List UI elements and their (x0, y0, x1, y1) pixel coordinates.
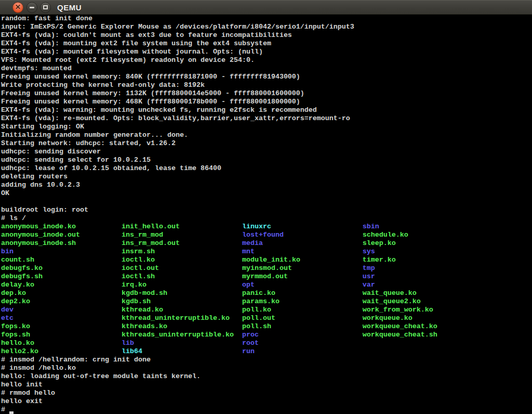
console-text: udhcpc: sending discover (1, 148, 101, 156)
console-text: input: ImExPS/2 Generic Explorer Mouse a… (1, 23, 354, 31)
file-entry: linuxrc (242, 223, 363, 230)
console-text: # insmod /hellrandom: crng init done (1, 356, 151, 364)
console-line: # ls / (1, 214, 532, 223)
titlebar[interactable]: ✕ QEMU (0, 0, 532, 15)
console-line: input: ImExPS/2 Generic Explorer Mouse a… (1, 23, 532, 31)
console-text: buildroot login: root (1, 206, 88, 214)
file-entry: timer.ko (363, 256, 396, 264)
console-line: Write protecting the kernel read-only da… (1, 81, 532, 89)
file-entry: kthreads_uninterruptible.ko (122, 331, 242, 339)
console-text: Freeing unused kernel memory: 1132K (fff… (1, 89, 304, 97)
console-text: EXT4-fs (vda): mounting ext2 file system… (1, 40, 271, 47)
console-line: # rmmod hello (1, 389, 532, 397)
file-entry: kthreads.ko (122, 322, 242, 330)
console-text: # insmod /hello.ko (1, 364, 76, 372)
console-text: hello init (1, 381, 43, 389)
console-line: udhcpc: sending discover (1, 148, 532, 156)
console-text: Freeing unused kernel memory: 468K (ffff… (1, 98, 300, 106)
file-entry: kthread.ko (122, 306, 242, 314)
console-text: # (1, 406, 9, 413)
console-text: EXT4-fs (vda): re-mounted. Opts: block_v… (1, 114, 350, 122)
maximize-button[interactable] (40, 2, 51, 13)
file-entry: sbin (363, 223, 379, 230)
close-icon: ✕ (15, 4, 21, 10)
file-entry: workqueue.ko (363, 314, 413, 322)
console-text: Freeing unused kernel memory: 840K (ffff… (1, 73, 300, 81)
console-line: adding dns 10.0.2.3 (1, 181, 532, 189)
file-entry: fops.sh (1, 331, 122, 339)
console-line: etc kthread_uninterruptible.ko poll.out … (1, 314, 532, 322)
minimize-icon (30, 7, 34, 8)
file-entry: wait_queue2.ko (363, 297, 421, 305)
file-entry: ioctl.ko (122, 256, 242, 264)
file-entry: workqueue_cheat.sh (363, 331, 437, 339)
console-line: anonymous_inode.sh ins_rm_mod.out media … (1, 239, 532, 248)
console-text: EXT4-fs (vda): mounted filesystem withou… (1, 48, 263, 56)
console-line: fops.sh kthreads_uninterruptible.ko proc… (1, 331, 532, 339)
console-text: udhcpc: lease of 10.0.2.15 obtained, lea… (1, 164, 221, 172)
console-line: anonymous_inode.out ins_rm_mod lost+foun… (1, 231, 532, 239)
close-button[interactable]: ✕ (12, 2, 23, 13)
file-entry: lib64 (122, 347, 242, 355)
console-text: EXT4-fs (vda): warning: mounting uncheck… (1, 106, 317, 114)
console-text: adding dns 10.0.2.3 (1, 181, 80, 189)
console-line: deleting routers (1, 173, 532, 181)
console-line: OK (1, 189, 532, 198)
console-line: random: fast init done (1, 15, 532, 23)
console-line: EXT4-fs (vda): warning: mounting uncheck… (1, 106, 532, 114)
file-entry: tmp (363, 264, 375, 272)
console-line: dep.ko kgdb-mod.sh panic.ko wait_queue.k… (1, 289, 532, 297)
file-entry: params.ko (242, 297, 363, 305)
file-entry: sleep.ko (363, 239, 396, 247)
console-line: hello: loading out-of-tree module taints… (1, 372, 532, 381)
console-line: # (1, 406, 532, 414)
console-text: hello exit (1, 397, 43, 405)
console-line: anonymous_inode.ko init_hello.out linuxr… (1, 223, 532, 231)
console-line: hello init (1, 381, 532, 389)
file-entry: debugfs.ko (1, 264, 122, 272)
console-line: Starting network: udhcpc: started, v1.26… (1, 139, 532, 148)
file-entry: myrmmod.out (242, 273, 363, 280)
file-entry: dev (1, 306, 122, 314)
file-entry: var (363, 281, 375, 289)
console-text: VFS: Mounted root (ext2 filesystem) read… (1, 56, 255, 64)
file-entry: opt (242, 281, 363, 289)
console-text: random: fast init done (1, 15, 92, 22)
file-entry: mnt (242, 248, 363, 255)
console-line: udhcpc: lease of 10.0.2.15 obtained, lea… (1, 164, 532, 173)
console-line: VFS: Mounted root (ext2 filesystem) read… (1, 56, 532, 64)
console-line: hello.ko lib root (1, 339, 532, 347)
terminal-console[interactable]: random: fast init doneinput: ImExPS/2 Ge… (0, 15, 532, 414)
file-entry: anonymous_inode.out (1, 231, 122, 239)
file-entry: anonymous_inode.ko (1, 223, 122, 230)
console-line: Freeing unused kernel memory: 840K (ffff… (1, 73, 532, 81)
console-line: Freeing unused kernel memory: 1132K (fff… (1, 89, 532, 98)
file-entry: work_from_work.ko (363, 306, 433, 314)
file-entry: ins_rm_mod (122, 231, 242, 239)
file-entry: wait_queue.ko (363, 289, 417, 297)
console-text: hello: loading out-of-tree module taints… (1, 372, 201, 380)
file-entry: dep2.ko (1, 297, 122, 305)
console-text: # ls / (1, 214, 26, 222)
minimize-button[interactable] (26, 2, 37, 13)
file-entry: media (242, 239, 363, 247)
file-entry: dep.ko (1, 289, 122, 297)
qemu-window: ✕ QEMU random: fast init doneinput: ImEx… (0, 0, 532, 414)
console-line: Freeing unused kernel memory: 468K (ffff… (1, 98, 532, 106)
file-entry: fops.ko (1, 322, 122, 330)
file-entry: root (242, 339, 259, 347)
file-entry: kthread_uninterruptible.ko (122, 314, 242, 322)
text-cursor (9, 411, 14, 414)
file-entry: anonymous_inode.sh (1, 239, 122, 247)
file-entry: hello2.ko (1, 347, 122, 355)
file-entry: poll.out (242, 314, 363, 322)
console-text: Starting logging: OK (1, 123, 84, 131)
console-line: bin insrm.sh mnt sys (1, 248, 532, 256)
console-text: EXT4-fs (vda): couldn't mount as ext3 du… (1, 31, 292, 39)
file-entry: delay.ko (1, 281, 122, 289)
file-entry: module_init.ko (242, 256, 363, 264)
console-line: EXT4-fs (vda): mounted filesystem withou… (1, 48, 532, 56)
console-line: EXT4-fs (vda): mounting ext2 file system… (1, 40, 532, 48)
file-entry: count.sh (1, 256, 122, 264)
console-line: buildroot login: root (1, 206, 532, 214)
